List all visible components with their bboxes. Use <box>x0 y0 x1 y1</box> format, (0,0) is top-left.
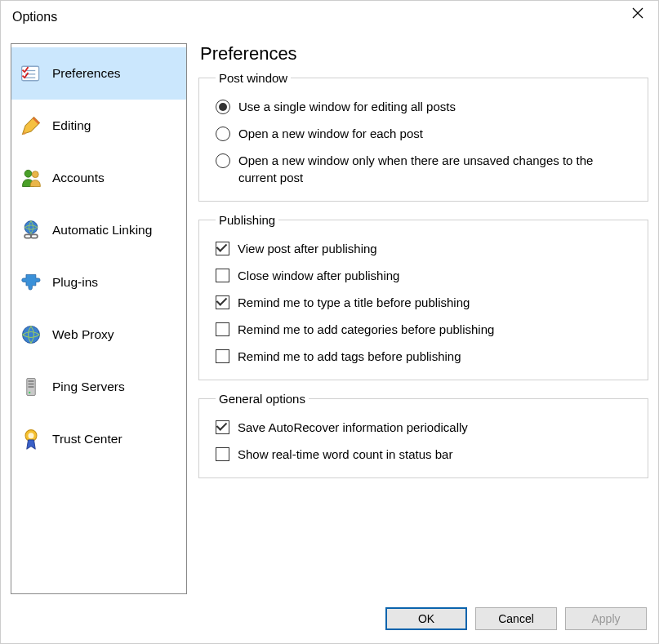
radio-label: Use a single window for editing all post… <box>238 98 461 115</box>
cancel-button[interactable]: Cancel <box>475 607 557 630</box>
svg-rect-16 <box>29 380 34 382</box>
sidebar-item-preferences[interactable]: Preferences <box>11 47 186 100</box>
sidebar-item-editing[interactable]: Editing <box>11 100 186 152</box>
svg-point-11 <box>24 221 38 234</box>
checkbox-label: Remind me to add categories before publi… <box>238 321 499 338</box>
sidebar: Preferences Editing Accou <box>11 43 187 594</box>
checkbox-label: Remind me to add tags before publishing <box>238 348 466 365</box>
preferences-icon <box>18 60 44 87</box>
post-window-group: Post window Use a single window for edit… <box>198 71 648 202</box>
sidebar-item-label: Automatic Linking <box>52 223 152 238</box>
svg-point-10 <box>32 171 38 178</box>
publishing-legend: Publishing <box>216 213 278 227</box>
radio-label: Open a new window only when there are un… <box>238 152 636 186</box>
checkbox-label: View post after publishing <box>238 240 382 257</box>
apply-button: Apply <box>565 607 647 630</box>
sidebar-item-ping-servers[interactable]: Ping Servers <box>11 361 186 413</box>
sidebar-item-trust-center[interactable]: Trust Center <box>11 413 186 465</box>
checkbox-remind-title[interactable] <box>216 295 229 309</box>
sidebar-item-automatic-linking[interactable]: Automatic Linking <box>11 204 186 256</box>
sidebar-item-label: Trust Center <box>52 432 122 446</box>
svg-point-9 <box>24 170 32 177</box>
sidebar-item-accounts[interactable]: Accounts <box>11 152 186 204</box>
general-options-legend: General options <box>216 392 309 406</box>
checkbox-word-count[interactable] <box>216 447 229 461</box>
close-icon <box>632 7 643 21</box>
post-window-legend: Post window <box>216 71 291 85</box>
sidebar-item-label: Accounts <box>52 171 105 185</box>
checkbox-view-after-publish[interactable] <box>216 242 229 255</box>
svg-point-21 <box>29 433 34 438</box>
editing-icon <box>18 113 44 139</box>
trust-center-icon <box>18 426 44 452</box>
page-title: Preferences <box>200 43 648 64</box>
checkbox-autorecover[interactable] <box>216 420 229 434</box>
sidebar-item-label: Plug-ins <box>52 275 98 290</box>
web-proxy-icon <box>18 322 44 348</box>
checkbox-label: Show real-time word count in status bar <box>238 446 457 463</box>
checkbox-label: Save AutoRecover information periodicall… <box>238 419 473 436</box>
sidebar-item-web-proxy[interactable]: Web Proxy <box>11 309 186 361</box>
sidebar-item-label: Ping Servers <box>52 380 125 394</box>
checkbox-close-after-publish[interactable] <box>216 269 229 282</box>
svg-point-14 <box>23 326 40 344</box>
window-title: Options <box>12 10 57 24</box>
radio-single-window[interactable] <box>216 100 230 114</box>
checkbox-remind-categories[interactable] <box>216 322 229 336</box>
svg-rect-18 <box>29 386 34 388</box>
svg-rect-13 <box>31 234 38 238</box>
content-pane: Preferences Post window Use a single win… <box>198 43 648 594</box>
radio-new-window-each[interactable] <box>216 127 230 141</box>
sidebar-item-plugins[interactable]: Plug-ins <box>11 256 186 309</box>
ok-button[interactable]: OK <box>385 607 467 630</box>
publishing-group: Publishing View post after publishing Cl… <box>198 213 648 380</box>
svg-rect-17 <box>29 384 34 385</box>
checkbox-remind-tags[interactable] <box>216 349 229 363</box>
checkbox-label: Close window after publishing <box>238 267 404 284</box>
close-button[interactable] <box>621 2 655 26</box>
general-options-group: General options Save AutoRecover informa… <box>198 392 648 478</box>
svg-point-19 <box>29 392 30 393</box>
accounts-icon <box>18 165 44 191</box>
sidebar-item-label: Preferences <box>52 66 121 81</box>
ping-servers-icon <box>18 374 44 400</box>
dialog-footer: OK Cancel Apply <box>1 594 658 643</box>
svg-rect-12 <box>24 234 31 238</box>
plugins-icon <box>18 269 44 295</box>
radio-new-window-unsaved[interactable] <box>216 153 230 168</box>
checkbox-label: Remind me to type a title before publish… <box>238 294 474 311</box>
titlebar: Options <box>1 1 658 33</box>
sidebar-item-label: Editing <box>52 118 91 133</box>
automatic-linking-icon <box>18 217 44 243</box>
radio-label: Open a new window for each post <box>238 125 428 142</box>
sidebar-item-label: Web Proxy <box>52 327 114 342</box>
